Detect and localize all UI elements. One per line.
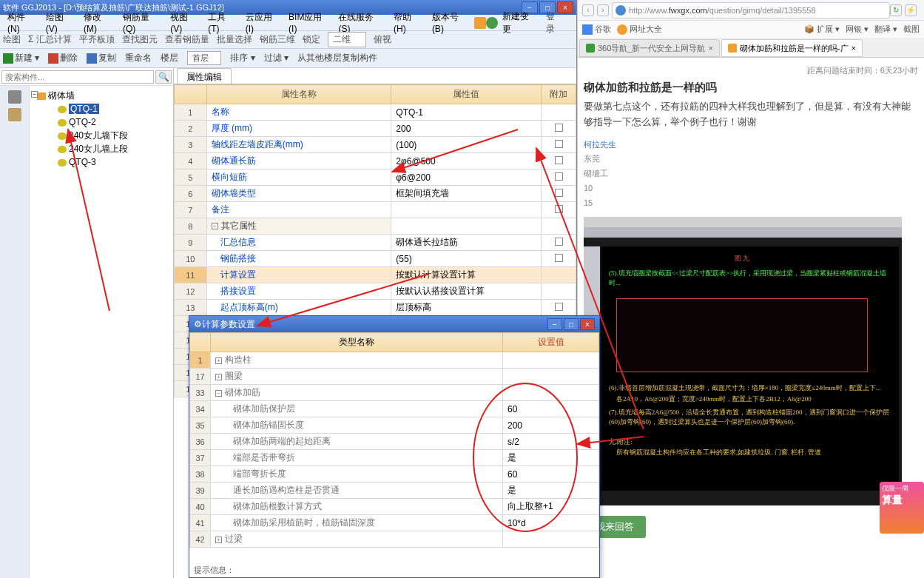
menu-item[interactable]: 工具(T) (203, 10, 240, 36)
favicon-icon (586, 44, 595, 53)
app-icon (474, 17, 486, 29)
search-button[interactable]: 🔍 (155, 70, 172, 84)
menu-item[interactable]: 钢筋量(Q) (118, 10, 166, 36)
tree-item[interactable]: 240女儿墙上段 (31, 142, 172, 155)
tree-item[interactable]: QTQ-3 (31, 155, 172, 169)
new-change-button[interactable]: 新建变更 (498, 9, 542, 37)
corner-ad[interactable]: 仅限一周 算量 (880, 482, 924, 534)
ext-button[interactable]: 📦 扩展 ▾ (804, 24, 840, 35)
tool-topview[interactable]: 俯视 (374, 33, 391, 46)
forward-button[interactable]: › (597, 4, 609, 16)
property-row[interactable]: 7备注 (175, 202, 576, 218)
cad-canvas: 图 九 (5).填充墙圈梁按截面<<过梁尺寸配筋表>>执行，采用现浇过梁，当圈梁… (601, 246, 899, 491)
user-name[interactable]: 柯拉先生 (584, 138, 918, 152)
tool-delete[interactable]: 删除 (48, 52, 78, 64)
refresh-icon[interactable] (486, 17, 498, 29)
user-stat: 10 (584, 181, 918, 196)
address-bar[interactable]: http://www.fwxgx.com/question/gimq/detai… (612, 2, 890, 19)
menu-item[interactable]: 云应用(I) (241, 10, 284, 36)
calc-param-row[interactable]: 17+圈梁 (190, 369, 599, 385)
refresh-icon[interactable]: ↻ (890, 4, 902, 16)
login-link[interactable]: 登录 (542, 9, 567, 37)
tool-sort[interactable]: 排序 ▾ (230, 52, 254, 64)
back-button[interactable]: ‹ (582, 4, 594, 16)
property-row[interactable]: 11 计算设置按默认计算设置计算 (175, 267, 576, 283)
col-type: 类型名称 (211, 333, 503, 352)
question-meta: 距离问题结束时间：6天23小时 (584, 65, 918, 76)
calc-params-table: 类型名称 设置值 1+构造柱17+圈梁33−砌体加筋34 砌体加筋保护层6035… (189, 332, 599, 548)
user-info: 柯拉先生 东莞 砌墙工 10 15 (584, 138, 918, 211)
property-row[interactable]: 3轴线距左墙皮距离(mm)(100) (175, 137, 576, 153)
property-row[interactable]: 9 汇总信息砌体通长拉结筋 (175, 235, 576, 251)
property-row[interactable]: 8−其它属性 (175, 218, 576, 235)
calc-param-row[interactable]: 40 砌体加筋根数计算方式向上取整+1 (190, 499, 599, 515)
cad-image: 图 九 (5).填充墙圈梁按截面<<过梁尺寸配筋表>>执行，采用现浇过梁，当圈梁… (584, 217, 902, 505)
tree-tab-icon[interactable] (8, 108, 21, 121)
tool-rename[interactable]: 重命名 (125, 52, 152, 64)
menu-item[interactable]: 修改(M) (79, 10, 118, 36)
tree-root[interactable]: −砌体墙 (31, 89, 172, 102)
tool-batch[interactable]: 批量选择 (217, 33, 252, 46)
calc-param-row[interactable]: 34 砌体加筋保护层60 (190, 401, 599, 417)
screenshot-button[interactable]: 截图 (903, 24, 920, 35)
calc-param-row[interactable]: 39 通长加筋遇构造柱是否贯通是 (190, 483, 599, 499)
tool-view-rebar[interactable]: 查看钢筋量 (165, 33, 209, 46)
view-mode-select[interactable]: 二维 (328, 32, 366, 47)
menu-item[interactable]: 版本号(B) (428, 10, 474, 36)
tree-tab-icon[interactable] (8, 90, 21, 104)
calc-param-row[interactable]: 35 砌体加筋锚固长度200 (190, 417, 599, 434)
tool-copyfrom[interactable]: 从其他楼层复制构件 (297, 52, 377, 64)
bookmark[interactable]: 谷歌 (582, 24, 611, 35)
property-row[interactable]: 1名称QTQ-1 (175, 104, 576, 121)
menu-item[interactable]: 帮助(H) (389, 10, 428, 36)
tool-3d[interactable]: 钢筋三维 (260, 33, 295, 46)
tree-item[interactable]: QTQ-1 (31, 102, 172, 115)
browser-tab[interactable]: 360导航_新一代安全上网导航 × (579, 39, 720, 57)
calc-param-row[interactable]: 41 砌体加筋采用植筋时，植筋锚固深度10*d (190, 515, 599, 531)
property-row[interactable]: 13 起点顶标高(m)层顶标高 (175, 300, 576, 316)
cad-toolbar (584, 217, 902, 227)
floor-select[interactable]: 首层 (187, 51, 221, 65)
calc-param-row[interactable]: 33−砌体加筋 (190, 385, 599, 401)
tool-new[interactable]: 新建 ▾ (3, 52, 39, 64)
search-input[interactable] (1, 70, 154, 84)
tree-item[interactable]: 240女儿墙下段 (31, 129, 172, 142)
browser-tab[interactable]: 砌体加筋和拉筋是一样的吗-广 × (721, 39, 863, 57)
tree-item[interactable]: QTQ-2 (31, 115, 172, 129)
property-row[interactable]: 12 搭接设置按默认认搭接设置计算 (175, 283, 576, 300)
property-row[interactable]: 2厚度 (mm)200 (175, 121, 576, 137)
user-job: 砌墙工 (584, 167, 918, 181)
page-content: 距离问题结束时间：6天23小时 砌体加筋和拉筋是一样的吗 要做第七点这个，还有拉… (578, 58, 924, 545)
tool-lock[interactable]: 锁定 (303, 33, 320, 46)
tool-level[interactable]: 平齐板顶 (79, 33, 115, 46)
tool-copy[interactable]: 复制 (87, 52, 116, 64)
calc-param-row[interactable]: 37 端部是否带弯折是 (190, 450, 599, 466)
calc-param-row[interactable]: 1+构造柱 (190, 352, 599, 369)
property-row[interactable]: 5横向短筋φ6@200 (175, 169, 576, 186)
menu-item[interactable]: 视图(V) (166, 10, 203, 36)
tool-draw[interactable]: 绘图 (3, 33, 21, 46)
tool-filter[interactable]: 过滤 ▾ (264, 52, 289, 64)
translate-button[interactable]: 翻译 ▾ (874, 24, 897, 35)
bookmark[interactable]: 网址大全 (617, 24, 662, 35)
property-row[interactable]: 4砌体通长筋2φ6@500 (175, 153, 576, 169)
calc-param-row[interactable]: 38 端部弯折长度60 (190, 466, 599, 483)
menu-item[interactable]: BIM应用(I) (284, 10, 334, 36)
tool-find[interactable]: 查找图元 (122, 33, 158, 46)
property-row[interactable]: 10 钢筋搭接(55) (175, 251, 576, 267)
cad-note: 所有钢筋混凝土构件均应在各工种的要求,如建筑垃圾. 门窗. 栏杆. 管道 (616, 448, 891, 457)
dialog-close[interactable]: × (580, 318, 595, 330)
dialog-minimize[interactable]: − (547, 318, 562, 330)
calc-param-row[interactable]: 36 砌体加筋两端的起始距离s/2 (190, 434, 599, 450)
lightning-icon[interactable]: ⚡ (905, 4, 917, 16)
property-row[interactable]: 6砌体墙类型框架间填充墙 (175, 186, 576, 202)
property-tab[interactable]: 属性编辑 (177, 68, 232, 84)
browser-tabs: 360导航_新一代安全上网导航 × 砌体加筋和拉筋是一样的吗-广 × (578, 38, 924, 58)
menu-item[interactable]: 构件(N) (3, 10, 41, 36)
dialog-maximize[interactable]: □ (564, 318, 579, 330)
menu-item[interactable]: 绘图(V) (41, 10, 79, 36)
bank-button[interactable]: 网银 ▾ (846, 24, 869, 35)
calc-param-row[interactable]: 42+过梁 (190, 531, 599, 548)
tool-sum[interactable]: Σ 汇总计算 (28, 33, 72, 46)
col-extra: 附加 (542, 85, 576, 104)
